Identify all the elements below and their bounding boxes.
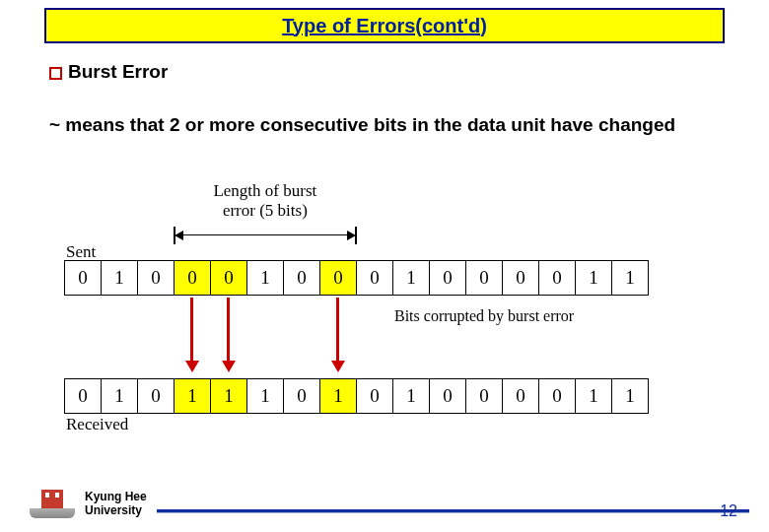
footer-rule-wrap bbox=[157, 509, 749, 518]
bit-cell: 1 bbox=[175, 379, 211, 413]
bullet-row: Burst Error bbox=[49, 61, 168, 83]
bit-cell: 1 bbox=[320, 379, 357, 413]
bullet-heading: Burst Error bbox=[68, 61, 168, 83]
received-bit-row: 0101110101000011 bbox=[64, 378, 649, 414]
square-bullet-icon bbox=[49, 67, 62, 80]
title-inner: Type of Errors(cont'd) bbox=[46, 10, 723, 41]
received-label: Received bbox=[66, 415, 128, 434]
bit-cell: 0 bbox=[357, 379, 393, 413]
bit-cell: 0 bbox=[503, 261, 539, 295]
bit-cell: 0 bbox=[503, 379, 539, 413]
footer-rule bbox=[157, 509, 749, 512]
bit-cell: 1 bbox=[612, 379, 648, 413]
title-bar: Type of Errors(cont'd) bbox=[44, 8, 725, 43]
bit-cell: 0 bbox=[138, 379, 175, 413]
bit-cell: 1 bbox=[612, 261, 648, 295]
university-name: Kyung Hee University bbox=[85, 491, 147, 518]
bit-cell: 1 bbox=[102, 379, 138, 413]
page-number: 12 bbox=[720, 502, 737, 520]
university-line2: University bbox=[85, 504, 147, 518]
bit-cell: 0 bbox=[466, 261, 503, 295]
bit-cell: 0 bbox=[466, 379, 503, 413]
corrupted-label: Bits corrupted by burst error bbox=[394, 307, 574, 325]
sent-label: Sent bbox=[66, 242, 96, 262]
bit-cell: 0 bbox=[430, 261, 466, 295]
dimension-line bbox=[174, 227, 356, 244]
length-label-line2: error (5 bits) bbox=[164, 201, 366, 221]
sent-bit-row: 0100010001000011 bbox=[64, 260, 649, 296]
bit-cell: 0 bbox=[430, 379, 466, 413]
slide-title: Type of Errors(cont'd) bbox=[282, 15, 487, 37]
bit-cell: 0 bbox=[357, 261, 393, 295]
bit-cell: 0 bbox=[284, 379, 320, 413]
bit-cell: 0 bbox=[65, 261, 102, 295]
bit-cell: 0 bbox=[175, 261, 211, 295]
university-line1: Kyung Hee bbox=[85, 491, 147, 504]
bit-cell: 0 bbox=[284, 261, 320, 295]
slide-description: ~ means that 2 or more consecutive bits … bbox=[49, 110, 720, 139]
length-label: Length of burst error (5 bits) bbox=[164, 181, 366, 220]
bit-cell: 1 bbox=[102, 261, 138, 295]
bit-cell: 1 bbox=[393, 379, 430, 413]
bit-cell: 0 bbox=[138, 261, 175, 295]
length-label-line1: Length of burst bbox=[164, 181, 366, 201]
bit-cell: 0 bbox=[65, 379, 102, 413]
university-logo-icon bbox=[30, 487, 75, 518]
bit-cell: 0 bbox=[211, 261, 247, 295]
bit-cell: 0 bbox=[539, 379, 576, 413]
bit-cell: 1 bbox=[393, 261, 430, 295]
bit-cell: 1 bbox=[576, 379, 612, 413]
bit-cell: 1 bbox=[247, 379, 284, 413]
bit-cell: 1 bbox=[247, 261, 284, 295]
bit-cell: 1 bbox=[211, 379, 247, 413]
bit-cell: 0 bbox=[320, 261, 357, 295]
bit-cell: 0 bbox=[539, 261, 576, 295]
footer: Kyung Hee University 12 bbox=[30, 487, 749, 518]
bit-cell: 1 bbox=[576, 261, 612, 295]
